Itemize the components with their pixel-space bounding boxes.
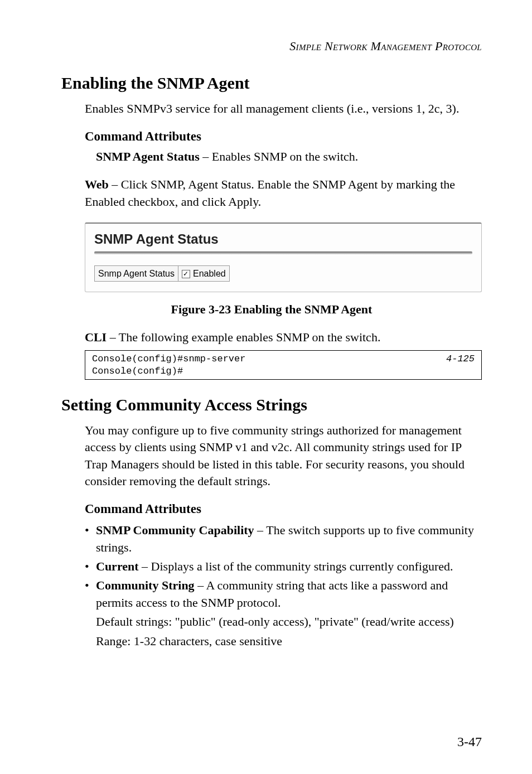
heading-setting-community-strings: Setting Community Access Strings	[61, 395, 482, 414]
section2-cmd-attr-heading: Command Attributes	[61, 502, 482, 516]
list-item: Current – Displays a list of the communi…	[85, 558, 482, 575]
bullet-bold: Current	[96, 559, 139, 573]
web-text: – Click SNMP, Agent Status. Enable the S…	[85, 177, 455, 208]
page-number: 3-47	[457, 734, 482, 749]
bullet-bold: SNMP Community Capability	[96, 523, 254, 537]
code-block: Console(config)#snmp-server Console(conf…	[85, 350, 482, 380]
bullet-bold: Community String	[96, 578, 195, 592]
panel-divider	[94, 251, 472, 254]
enabled-checkbox[interactable]: ✓	[182, 270, 190, 278]
bullet-list: SNMP Community Capability – The switch s…	[85, 522, 482, 611]
section2-intro: You may configure up to five community s…	[61, 422, 482, 490]
row-value-cell: ✓ Enabled	[178, 266, 229, 282]
row-label-cell: Snmp Agent Status	[95, 266, 178, 282]
attr-snmp-agent-status: SNMP Agent Status – Enables SNMP on the …	[61, 149, 482, 164]
table-row: Snmp Agent Status ✓ Enabled	[95, 266, 230, 282]
sub-line-range: Range: 1-32 characters, case sensitive	[85, 633, 482, 650]
snmp-agent-status-table: Snmp Agent Status ✓ Enabled	[94, 265, 230, 282]
figure-caption: Figure 3-23 Enabling the SNMP Agent	[61, 302, 482, 317]
section1-intro: Enables SNMPv3 service for all managemen…	[61, 100, 482, 117]
running-header: Simple Network Management Protocol	[61, 39, 482, 54]
enabled-checkbox-label: Enabled	[193, 269, 226, 279]
figure-snmp-agent-status-panel: SNMP Agent Status Snmp Agent Status ✓ En…	[85, 222, 482, 292]
web-label: Web	[85, 177, 109, 191]
code-lines: Console(config)#snmp-server Console(conf…	[92, 353, 245, 377]
section1-cli-instructions: CLI – The following example enables SNMP…	[61, 329, 482, 346]
heading-enabling-snmp-agent: Enabling the SNMP Agent	[61, 74, 482, 93]
attr-snmp-agent-status-desc: – Enables SNMP on the switch.	[200, 149, 359, 163]
cli-text: – The following example enables SNMP on …	[107, 330, 380, 344]
section1-cmd-attr-heading: Command Attributes	[61, 129, 482, 144]
attr-snmp-agent-status-name: SNMP Agent Status	[96, 149, 200, 163]
list-item: Community String – A community string th…	[85, 577, 482, 611]
panel-title: SNMP Agent Status	[94, 229, 472, 251]
bullet-rest: – Displays a list of the community strin…	[139, 559, 453, 573]
cli-label: CLI	[85, 330, 107, 344]
sub-line-default-strings: Default strings: "public" (read-only acc…	[85, 613, 482, 630]
section1-web-instructions: Web – Click SNMP, Agent Status. Enable t…	[61, 176, 482, 210]
code-page-ref: 4-125	[446, 353, 475, 377]
list-item: SNMP Community Capability – The switch s…	[85, 522, 482, 556]
